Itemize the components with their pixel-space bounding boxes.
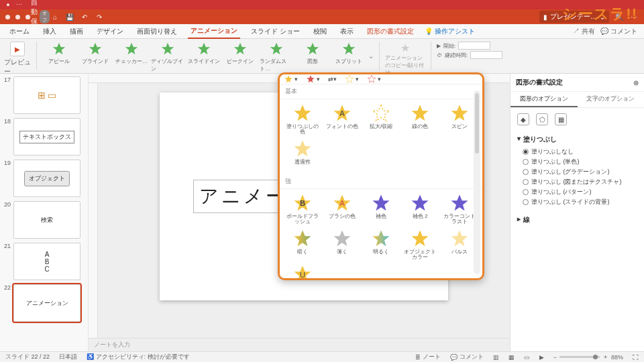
comment-button[interactable]: 💬 コメント <box>600 27 637 36</box>
status-bar: スライド 22 / 22 日本語 ♿ アクセシビリティ: 検討が必要です ≣ ノ… <box>0 351 644 362</box>
close-pane-icon[interactable]: ⊗ <box>633 79 639 86</box>
size-props-icon[interactable]: ▦ <box>555 113 567 125</box>
anim-random[interactable]: ランダムスト… <box>260 42 293 72</box>
home-icon[interactable]: ⌂ <box>50 12 60 21</box>
view-reading-icon[interactable]: ▭ <box>524 354 530 361</box>
thumbnail-17[interactable]: ⊞ ▭ <box>13 76 80 114</box>
radio-label: 塗りつぶし (グラデーション) <box>531 168 610 176</box>
tab-slideshow[interactable]: スライド ショー <box>248 25 303 38</box>
entrance-menu[interactable]: ▾ <box>284 74 298 84</box>
thumbnail-19[interactable]: オブジェクト <box>13 160 80 197</box>
effect-label: ブラシの色 <box>329 214 356 225</box>
animation-painter[interactable]: ★ アニメーションのコピー/貼り付け <box>385 42 425 76</box>
tab-shape-format[interactable]: 図形の書式設定 <box>364 25 417 38</box>
svg-marker-27 <box>294 231 311 247</box>
tab-animation[interactable]: アニメーション <box>188 24 240 39</box>
entrance-more[interactable]: ▾ <box>345 74 359 84</box>
effect-contrast[interactable]: カラーコントラスト <box>441 192 478 226</box>
tab-draw[interactable]: 描画 <box>67 25 86 38</box>
anim-peekin[interactable]: ピークイン <box>223 42 257 65</box>
effect-fontcolor[interactable]: Aフォントの色 <box>323 102 360 136</box>
tab-review[interactable]: 校閲 <box>311 25 329 38</box>
accessibility-status[interactable]: ♿ アクセシビリティ: 検討が必要です <box>87 353 190 361</box>
fill-none-radio[interactable]: 塗りつぶしなし <box>517 147 637 157</box>
preview-button[interactable]: ▶ プレビュー <box>4 42 31 76</box>
effect-desaturate[interactable]: 薄く <box>323 227 360 261</box>
emphasis-more[interactable]: ▾ <box>367 74 381 84</box>
effect-darken[interactable]: 暗く <box>284 227 321 261</box>
tell-me-assist[interactable]: 💡 操作アシスト <box>425 27 475 36</box>
minimize-icon[interactable] <box>15 15 20 19</box>
effect-brushcolor[interactable]: Aブラシの色 <box>323 192 360 226</box>
effect-label: 暗く <box>297 249 308 260</box>
effect-complement[interactable]: 補色 <box>362 192 400 226</box>
fill-line-icon[interactable]: ◆ <box>517 113 529 125</box>
effect-label: 塗りつぶしの色 <box>285 124 320 135</box>
effect-pulse[interactable]: パルス <box>441 227 478 261</box>
anim-checker[interactable]: チェッカー… <box>115 42 148 65</box>
notes-pane[interactable]: ノートを入力 <box>89 338 510 351</box>
effect-linecolor[interactable]: 線の色 <box>401 102 439 136</box>
tab-design[interactable]: デザイン <box>94 25 126 38</box>
thumbnail-21[interactable]: ABC <box>13 243 80 280</box>
effects-icon[interactable]: ⬠ <box>536 113 548 125</box>
fill-slidebg-radio[interactable]: 塗りつぶし (スライドの背景) <box>517 197 637 207</box>
tab-shape-options[interactable]: 図形のオプション <box>511 92 578 107</box>
tab-transition[interactable]: 画面切り替え <box>134 25 180 38</box>
fit-to-window-icon[interactable]: ⛶ <box>633 354 639 361</box>
doc-icon: ▮ <box>543 13 547 21</box>
anim-slidein[interactable]: スライドイン <box>187 42 221 65</box>
zoom-icon[interactable] <box>25 15 30 19</box>
anim-appear[interactable]: アピール <box>42 42 76 65</box>
effect-fillcolor[interactable]: 塗りつぶしの色 <box>284 102 321 136</box>
anim-label: ディゾルブイン <box>151 58 184 72</box>
tab-view[interactable]: 表示 <box>337 25 356 38</box>
share-button[interactable]: ↗ 共有 <box>573 27 595 36</box>
effect-boldflash[interactable]: Bボールドフラッシュ <box>284 192 321 226</box>
thumbnail-pane[interactable]: 17⊞ ▭ 18テキストボックス 19オブジェクト 20検索 21ABC 22ア… <box>0 74 89 351</box>
autosave-toggle[interactable]: 自動保存 オフ <box>36 12 45 21</box>
panel-scrollbar[interactable] <box>474 90 480 274</box>
effect-transparency[interactable]: 透過性 <box>284 137 321 172</box>
effect-growshrink[interactable]: 拡大/収縮 <box>362 102 400 136</box>
anim-dissolve[interactable]: ディゾルブイン <box>151 42 184 72</box>
anim-blinds[interactable]: ブラインド <box>78 42 112 65</box>
emphasis-menu[interactable]: ▾ <box>306 74 320 84</box>
caret-right-icon[interactable]: ▸ <box>517 215 521 225</box>
effect-lighten[interactable]: 明るく <box>362 227 400 261</box>
start-select[interactable] <box>458 42 490 50</box>
fill-pattern-radio[interactable]: 塗りつぶし (パターン) <box>517 187 637 197</box>
undo-icon[interactable]: ↶ <box>80 12 89 21</box>
tab-home[interactable]: ホーム <box>7 25 32 38</box>
redo-icon[interactable]: ↷ <box>95 12 104 21</box>
notes-toggle[interactable]: ≣ ノート <box>415 353 441 361</box>
effect-complement2[interactable]: 補色 2 <box>401 192 439 226</box>
comments-toggle[interactable]: 💬 コメント <box>450 353 484 361</box>
close-icon[interactable] <box>5 15 10 19</box>
thumbnail-22[interactable]: アニメーション <box>13 284 80 322</box>
view-normal-icon[interactable]: ▥ <box>493 354 499 361</box>
zoom-slider[interactable]: −＋88% <box>553 353 623 361</box>
language-indicator[interactable]: 日本語 <box>59 353 77 361</box>
thumb-number: 18 <box>1 118 11 125</box>
anim-shape[interactable]: 図形 <box>296 42 329 65</box>
thumbnail-18[interactable]: テキストボックス <box>13 118 80 156</box>
fill-solid-radio[interactable]: 塗りつぶし (単色) <box>517 157 637 167</box>
view-slideshow-icon[interactable]: ▶ <box>539 354 544 361</box>
thumb-number: 19 <box>1 160 11 166</box>
gallery-more-button[interactable]: ⌄ <box>368 52 374 60</box>
fill-picture-radio[interactable]: 塗りつぶし (図またはテクスチャ) <box>517 177 637 187</box>
exit-menu[interactable]: ⇄▾ <box>328 76 337 82</box>
tab-text-options[interactable]: 文字のオプション <box>578 92 645 107</box>
duration-field[interactable] <box>470 51 502 59</box>
caret-down-icon[interactable]: ▾ <box>517 135 521 144</box>
effect-objcolor[interactable]: オブジェクトカラー <box>401 227 439 261</box>
view-sorter-icon[interactable]: ▦ <box>508 354 515 361</box>
anim-split[interactable]: スプリット <box>332 42 366 65</box>
fill-gradient-radio[interactable]: 塗りつぶし (グラデーション) <box>517 167 637 177</box>
save-icon[interactable]: 💾 <box>65 12 74 21</box>
effect-spin[interactable]: スピン <box>441 102 478 136</box>
tab-insert[interactable]: 挿入 <box>40 25 59 38</box>
effect-underline[interactable]: UU <box>284 263 321 280</box>
thumbnail-20[interactable]: 検索 <box>13 201 80 239</box>
